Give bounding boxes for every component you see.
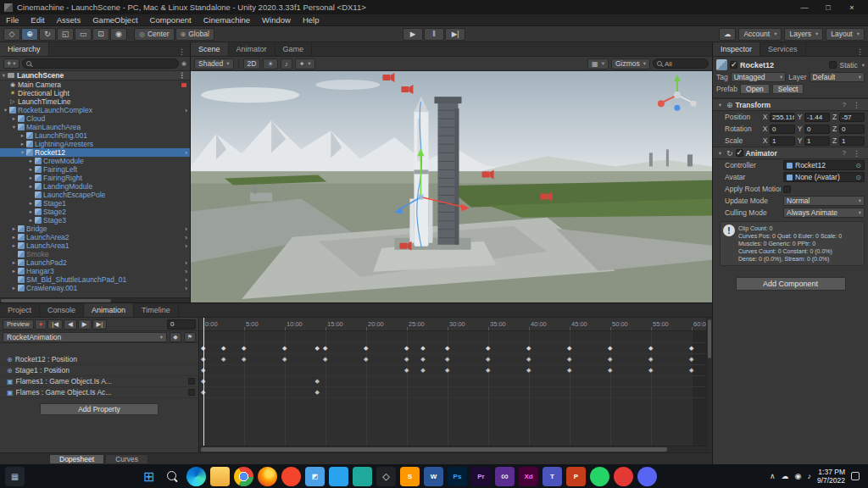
scene-header-row[interactable]: ▾ LaunchScene ⋮ bbox=[0, 71, 190, 80]
panel-menu-icon[interactable]: ⋮ bbox=[852, 47, 868, 56]
prefab-open-arrow-icon[interactable]: › bbox=[185, 259, 187, 267]
file-explorer-icon[interactable] bbox=[210, 467, 230, 486]
tab-scene[interactable]: Scene bbox=[191, 42, 229, 56]
keyframe-diamond[interactable]: ◆ bbox=[314, 389, 319, 396]
prev-key-button[interactable]: ◀ bbox=[64, 319, 77, 330]
whatsapp-icon[interactable] bbox=[590, 467, 609, 486]
search-icon[interactable] bbox=[163, 467, 182, 486]
keyframe-diamond[interactable]: ◆ bbox=[648, 356, 653, 363]
keyframe-diamond[interactable]: ◆ bbox=[608, 356, 612, 363]
keyframe-diamond[interactable]: ◆ bbox=[282, 356, 287, 363]
panel-menu-icon[interactable]: ⋮ bbox=[174, 47, 190, 56]
hierarchy-item-stage2[interactable]: ▸Stage2 bbox=[0, 208, 190, 216]
neg-axis-handle[interactable] bbox=[674, 105, 680, 111]
keyframe-diamond[interactable]: ◆ bbox=[242, 356, 246, 363]
clip-dropdown[interactable]: RocketAnimation ▾ bbox=[3, 332, 167, 342]
keyframe-diamond[interactable]: ◆ bbox=[282, 345, 287, 352]
collapse-arrow-icon[interactable]: ▾ bbox=[2, 107, 9, 114]
expand-arrow-icon[interactable]: ▸ bbox=[27, 158, 35, 164]
keyframe-diamond[interactable]: ◆ bbox=[486, 367, 490, 374]
dropdown[interactable]: Always Animate▾ bbox=[783, 208, 865, 218]
adobe-xd-icon[interactable]: Xd bbox=[519, 467, 538, 486]
cloud-collab-button[interactable]: ☁ bbox=[719, 28, 737, 41]
hierarchy-item-rocketlaunchcomplex[interactable]: ▾RocketLaunchComplex› bbox=[0, 106, 190, 114]
value-field[interactable]: 0 bbox=[770, 125, 795, 134]
space-toggle-button[interactable]: ⊕ Global bbox=[175, 28, 214, 41]
expand-arrow-icon[interactable]: ▸ bbox=[27, 166, 35, 173]
keyframe-diamond[interactable]: ◆ bbox=[420, 345, 425, 352]
keyframe-diamond[interactable]: ◆ bbox=[567, 345, 571, 352]
timeline-ruler[interactable]: 0:005:0010:0015:0020:0025:0030:0035:0040… bbox=[199, 318, 706, 331]
hierarchy-item-cloud[interactable]: ▸Cloud bbox=[0, 114, 190, 123]
firefox-icon[interactable] bbox=[258, 467, 277, 486]
tab-dopesheet[interactable]: Dopesheet bbox=[49, 454, 104, 464]
object-picker-icon[interactable]: ⊙ bbox=[855, 162, 861, 169]
object-field[interactable]: Rocket12⊙ bbox=[783, 160, 865, 170]
notification-center-icon[interactable] bbox=[851, 472, 860, 480]
close-button[interactable]: × bbox=[840, 3, 864, 12]
keyframe-diamond[interactable]: ◆ bbox=[323, 356, 327, 363]
tab-hierarchy[interactable]: Hierarchy bbox=[0, 42, 49, 56]
track-value-checkbox[interactable] bbox=[188, 389, 195, 396]
maps-icon[interactable] bbox=[614, 467, 633, 486]
object-name[interactable]: Rocket12 bbox=[740, 61, 826, 69]
value-field[interactable]: -1.44 bbox=[804, 113, 830, 122]
scene-audio-button[interactable]: ♪ bbox=[281, 58, 292, 69]
hand-tool[interactable]: ◇ bbox=[3, 28, 20, 41]
keyframe-diamond[interactable]: ◆ bbox=[404, 367, 409, 374]
prefab-open-arrow-icon[interactable]: › bbox=[185, 234, 187, 241]
hierarchy-item-crewmodule[interactable]: ▸CrewModule bbox=[0, 157, 190, 165]
custom-tool[interactable]: ◉ bbox=[110, 28, 127, 41]
active-checkbox[interactable] bbox=[730, 61, 737, 69]
hidden-icons-chevron[interactable]: ∧ bbox=[770, 472, 776, 480]
scene-menu-icon[interactable]: ⋮ bbox=[174, 71, 190, 80]
tab-animation[interactable]: Animation bbox=[84, 303, 134, 317]
static-checkbox[interactable] bbox=[829, 61, 837, 69]
grid-visibility-dropdown[interactable]: ▦▾ bbox=[587, 58, 609, 69]
prefab-open-button[interactable]: Open bbox=[740, 84, 770, 94]
prefab-open-arrow-icon[interactable]: › bbox=[185, 276, 187, 284]
hierarchy-hscrollbar[interactable] bbox=[0, 297, 190, 302]
play-anim-button[interactable]: ▶ bbox=[78, 319, 92, 330]
keyframe-diamond[interactable]: ◆ bbox=[648, 367, 653, 374]
keyframe-diamond[interactable]: ◆ bbox=[221, 356, 225, 363]
add-component-button[interactable]: Add Component bbox=[736, 277, 846, 291]
taskbar-clock[interactable]: 1:37 PM 9/7/2022 bbox=[817, 468, 845, 485]
hierarchy-search-input[interactable] bbox=[22, 58, 179, 69]
track-flames-game-object-is-ac[interactable]: ▣Flames : Game Object.Is Ac... bbox=[0, 387, 198, 398]
add-event-button[interactable]: ⚑ bbox=[184, 332, 196, 342]
opera-icon[interactable] bbox=[281, 467, 301, 486]
track-flames1-game-object-is-a[interactable]: ▣Flames1 : Game Object.Is A... bbox=[0, 376, 198, 387]
2d-toggle-button[interactable]: 2D bbox=[243, 58, 261, 69]
prefab-open-arrow-icon[interactable]: › bbox=[185, 149, 187, 157]
keyframe-diamond[interactable]: ◆ bbox=[404, 356, 409, 363]
track-rocket12-position[interactable]: ⊕Rocket12 : Position bbox=[0, 354, 198, 365]
checkbox[interactable] bbox=[783, 186, 791, 193]
step-button[interactable]: ▶| bbox=[445, 28, 465, 41]
hierarchy-item-main-camera[interactable]: ◉Main Camera bbox=[0, 80, 190, 89]
hierarchy-item-bridge[interactable]: ▸Bridge› bbox=[0, 225, 190, 233]
keyframe-diamond[interactable]: ◆ bbox=[689, 367, 693, 374]
layer-dropdown[interactable]: Default ▾ bbox=[810, 72, 865, 82]
keyframe-diamond[interactable]: ◆ bbox=[689, 356, 693, 363]
hierarchy-item-fairingright[interactable]: ▸FairingRight bbox=[0, 174, 190, 182]
keyframe-diamond[interactable]: ◆ bbox=[420, 367, 425, 374]
keyframe-diamond[interactable]: ◆ bbox=[364, 356, 368, 363]
rotate-tool[interactable]: ↻ bbox=[39, 28, 56, 41]
keyframe-diamond[interactable]: ◆ bbox=[648, 345, 653, 352]
track-value-checkbox[interactable] bbox=[188, 378, 195, 385]
account-dropdown[interactable]: Account ▾ bbox=[738, 28, 782, 41]
hierarchy-item-launchescapepole[interactable]: LaunchEscapePole bbox=[0, 191, 190, 199]
expand-arrow-icon[interactable]: ▸ bbox=[27, 200, 35, 207]
hierarchy-item-lightningarresters[interactable]: ▸LightningArresters bbox=[0, 140, 190, 148]
help-icon[interactable]: ? bbox=[843, 149, 846, 157]
keyframe-diamond[interactable]: ◆ bbox=[221, 345, 225, 352]
tag-dropdown[interactable]: Untagged ▾ bbox=[731, 72, 787, 82]
hierarchy-item-rocket12[interactable]: ▾Rocket12› bbox=[0, 148, 190, 157]
keyframe-diamond[interactable]: ◆ bbox=[314, 378, 319, 385]
keyframe-diamond[interactable]: ◆ bbox=[526, 356, 531, 363]
expand-arrow-icon[interactable]: ▸ bbox=[10, 285, 18, 291]
keyframe-diamond[interactable]: ◆ bbox=[242, 345, 246, 352]
expand-arrow-icon[interactable]: ▸ bbox=[10, 259, 18, 266]
collapse-arrow-icon[interactable]: ▾ bbox=[716, 102, 724, 108]
